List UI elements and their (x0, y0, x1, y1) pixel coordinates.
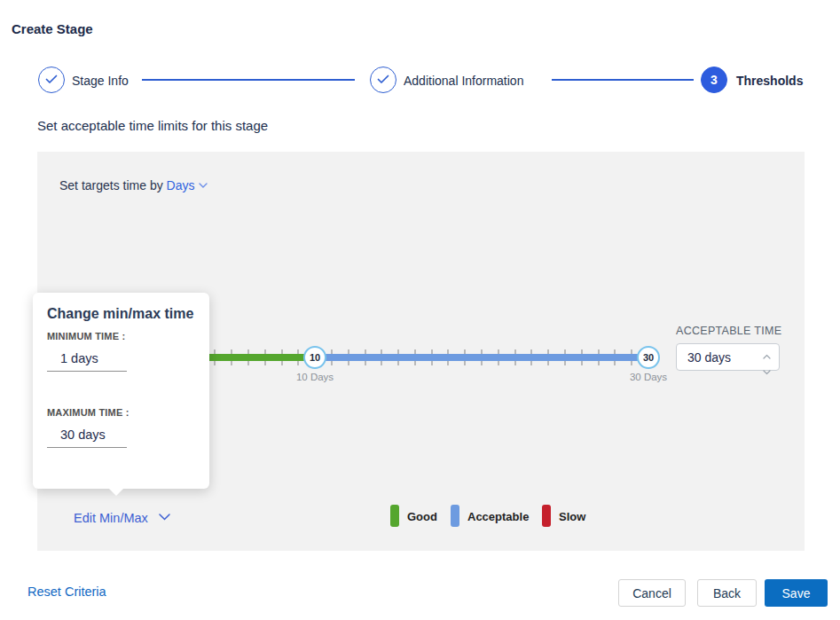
legend-good-swatch (390, 505, 399, 527)
slider-max-handle[interactable]: 30 (637, 346, 660, 369)
edit-minmax-label: Edit Min/Max (74, 511, 148, 525)
step-1-label[interactable]: Stage Info (72, 74, 129, 88)
time-unit-dropdown[interactable]: Days (167, 178, 195, 192)
acceptable-time-box (676, 343, 780, 371)
acceptable-time-stepper[interactable] (761, 347, 772, 368)
chevron-down-icon[interactable] (763, 363, 771, 379)
step-1-circle[interactable] (38, 67, 65, 93)
chevron-down-icon[interactable] (199, 177, 208, 191)
minimum-time-input[interactable] (47, 351, 127, 372)
slider-min-day-label: 10 Days (288, 372, 341, 382)
legend-good-label: Good (407, 510, 437, 523)
cancel-button[interactable]: Cancel (618, 579, 686, 607)
edit-minmax-link[interactable]: Edit Min/Max (74, 509, 170, 525)
legend-acceptable-swatch (451, 505, 459, 527)
step-connector (552, 79, 694, 81)
step-2-circle[interactable] (370, 67, 396, 93)
step-3-label[interactable]: Thresholds (736, 74, 803, 88)
step-3-number: 3 (710, 73, 718, 87)
popup-arrow (108, 488, 124, 496)
reset-criteria-link[interactable]: Reset Criteria (27, 585, 106, 599)
chevron-down-icon (159, 509, 170, 523)
set-targets-line: Set targets time by Days (59, 177, 208, 192)
minimum-time-label: MINIMUM TIME : (47, 331, 125, 341)
acceptable-time-label: ACCEPTABLE TIME (676, 325, 781, 337)
check-icon (45, 72, 58, 88)
acceptable-time-input[interactable] (687, 344, 758, 370)
legend-slow-swatch (542, 505, 551, 527)
create-stage-dialog: Create Stage Stage Info Additional Infor… (0, 0, 840, 620)
section-heading: Set acceptable time limits for this stag… (37, 118, 268, 133)
legend-slow-label: Slow (559, 510, 585, 523)
chevron-up-icon[interactable] (763, 347, 771, 363)
maximum-time-input[interactable] (47, 428, 127, 448)
step-connector (142, 79, 355, 81)
save-button[interactable]: Save (765, 579, 828, 607)
check-icon (377, 72, 389, 88)
back-button[interactable]: Back (697, 579, 757, 607)
set-targets-text: Set targets time by (59, 178, 163, 192)
maximum-time-label: MAXIMUM TIME : (47, 407, 130, 418)
page-title: Create Stage (12, 21, 93, 36)
legend-acceptable-label: Acceptable (467, 510, 529, 523)
step-2-label[interactable]: Additional Information (404, 74, 523, 88)
slider-track-acceptable[interactable] (315, 354, 648, 361)
popup-title: Change min/max time (47, 306, 193, 322)
slider-max-day-label: 30 Days (622, 372, 675, 382)
step-3-circle[interactable]: 3 (701, 67, 727, 93)
change-minmax-popup: Change min/max time MINIMUM TIME : MAXIM… (33, 293, 209, 489)
slider-min-handle[interactable]: 10 (303, 346, 326, 369)
